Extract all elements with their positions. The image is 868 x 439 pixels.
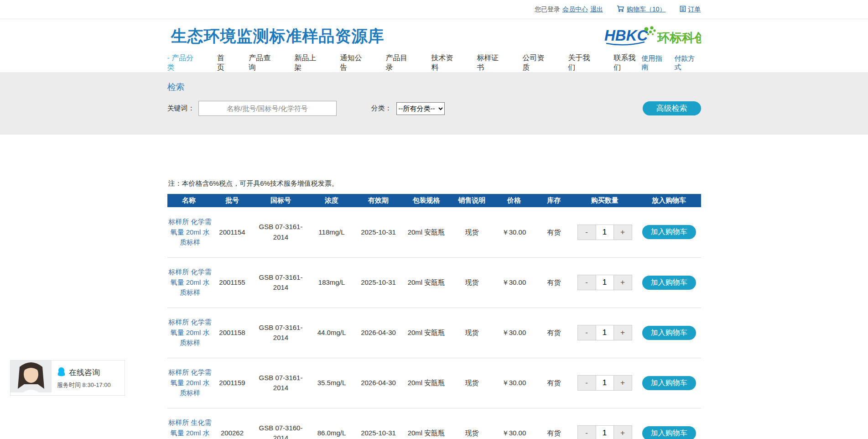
support-agent-avatar — [10, 361, 52, 395]
top-bar: 您已登录 会员中心退出 购物车（10） 订单 — [0, 0, 868, 19]
nav-item[interactable]: 新品上架 — [294, 53, 322, 73]
brand-abbr-text: HBKC — [604, 27, 648, 44]
nav-helper-link[interactable]: 使用指南 — [641, 54, 668, 72]
expiry-cell: 2026-04-30 — [356, 358, 401, 408]
quantity-input[interactable] — [596, 426, 614, 439]
member-center-link[interactable]: 会员中心 — [562, 5, 588, 14]
quantity-input[interactable] — [596, 275, 614, 290]
concentration-cell: 183mg/L — [308, 257, 356, 308]
nav-item[interactable]: 首页 — [217, 53, 231, 73]
quantity-minus-button[interactable]: - — [578, 325, 596, 340]
cart-link[interactable]: 购物车（10） — [617, 5, 666, 14]
brand-logo: HBKC 环标科创 — [604, 26, 701, 47]
sale-status-cell: 现货 — [452, 207, 493, 257]
category-select[interactable]: --所有分类-- — [396, 102, 445, 115]
quantity-stepper: - + — [577, 425, 632, 439]
gb-number-cell: GSB 07-3161-2014 — [254, 308, 308, 358]
logout-link[interactable]: 退出 — [590, 5, 603, 14]
gb-number-cell: GSB 07-3161-2014 — [254, 358, 308, 408]
table-row: 标样所 化学需氧量 20ml 水质标样 2001154 GSB 07-3161-… — [167, 207, 701, 257]
qq-icon — [57, 367, 66, 379]
quantity-input[interactable] — [596, 325, 614, 340]
nav-item[interactable]: 关于我们 — [568, 53, 596, 73]
quantity-stepper: - + — [577, 275, 632, 290]
quantity-input[interactable] — [596, 225, 614, 240]
orders-link[interactable]: 订单 — [680, 5, 701, 14]
package-cell: 20ml 安瓿瓶 — [401, 408, 452, 439]
column-header: 价格 — [493, 194, 536, 207]
package-cell: 20ml 安瓿瓶 — [401, 358, 452, 408]
package-cell: 20ml 安瓿瓶 — [401, 308, 452, 358]
add-to-cart-button[interactable]: 加入购物车 — [642, 426, 696, 439]
orders-link-label[interactable]: 订单 — [688, 5, 701, 14]
table-row: 标样所 化学需氧量 20ml 水质标样 2001159 GSB 07-3161-… — [167, 358, 701, 408]
column-header: 库存 — [536, 194, 572, 207]
product-name-link[interactable]: 标样所 生化需氧量 20ml 水质标样 — [167, 418, 213, 439]
product-name-link[interactable]: 标样所 化学需氧量 20ml 水质标样 — [167, 317, 213, 348]
concentration-cell: 44.0mg/L — [308, 308, 356, 358]
gb-number-cell: GSB 07-3161-2014 — [254, 257, 308, 308]
gb-number-cell: GSB 07-3161-2014 — [254, 207, 308, 257]
quantity-minus-button[interactable]: - — [578, 225, 596, 240]
sale-status-cell: 现货 — [452, 408, 493, 439]
advanced-search-button[interactable]: 高级检索 — [643, 101, 701, 115]
keyword-input[interactable] — [198, 101, 337, 116]
quantity-plus-button[interactable]: + — [614, 376, 632, 390]
nav-helper-link[interactable]: 付款方式 — [674, 54, 701, 72]
add-to-cart-button[interactable]: 加入购物车 — [642, 376, 696, 390]
column-header: 名称 — [167, 194, 211, 207]
nav-item-product-category[interactable]: - 产品分类 — [167, 53, 199, 73]
expiry-cell: 2025-10-31 — [356, 257, 401, 308]
quantity-plus-button[interactable]: + — [614, 325, 632, 340]
column-header: 放入购物车 — [637, 194, 701, 207]
sale-status-cell: 现货 — [452, 308, 493, 358]
add-to-cart-button[interactable]: 加入购物车 — [642, 276, 696, 290]
nav-item[interactable]: 标样证书 — [477, 53, 504, 73]
nav-item[interactable]: 产品目录 — [385, 53, 413, 73]
stock-cell: 有货 — [536, 358, 572, 408]
column-header: 包装规格 — [401, 194, 452, 207]
nav-item[interactable]: 公司资质 — [522, 53, 550, 73]
search-section: 检索 关键词： 分类： --所有分类-- 高级检索 — [0, 72, 868, 135]
price-cell: ￥30.00 — [493, 207, 536, 257]
quantity-minus-button[interactable]: - — [578, 376, 596, 390]
brand-name-text: 环标科创 — [657, 31, 701, 45]
product-name-link[interactable]: 标样所 化学需氧量 20ml 水质标样 — [167, 367, 213, 398]
column-header: 浓度 — [308, 194, 356, 207]
expiry-cell: 2025-10-31 — [356, 207, 401, 257]
orders-icon — [680, 5, 686, 14]
column-header: 国标号 — [254, 194, 308, 207]
products-table: 名称批号国标号浓度有效期包装规格销售说明价格库存购买数量放入购物车 标样所 化学… — [167, 194, 701, 439]
online-chat-widget[interactable]: 在线咨询 服务时间 8:30-17:00 — [10, 360, 125, 396]
price-cell: ￥30.00 — [493, 257, 536, 308]
column-header: 有效期 — [356, 194, 401, 207]
quantity-plus-button[interactable]: + — [614, 426, 632, 439]
cart-link-label[interactable]: 购物车（10） — [627, 5, 666, 14]
chat-hours: 服务时间 8:30-17:00 — [57, 381, 125, 389]
quantity-input[interactable] — [596, 376, 614, 390]
batch-cell: 2001154 — [211, 207, 254, 257]
nav-helper-links: 使用指南付款方式 — [641, 54, 701, 72]
table-row: 标样所 化学需氧量 20ml 水质标样 2001158 GSB 07-3161-… — [167, 308, 701, 358]
nav-item[interactable]: 技术资料 — [431, 53, 459, 73]
add-to-cart-button[interactable]: 加入购物车 — [642, 326, 696, 340]
quantity-plus-button[interactable]: + — [614, 225, 632, 240]
nav-item[interactable]: 产品查询 — [249, 53, 276, 73]
stock-cell: 有货 — [536, 257, 572, 308]
quantity-plus-button[interactable]: + — [614, 275, 632, 290]
product-name-link[interactable]: 标样所 化学需氧量 20ml 水质标样 — [167, 267, 213, 298]
package-cell: 20ml 安瓿瓶 — [401, 207, 452, 257]
product-name-link[interactable]: 标样所 化学需氧量 20ml 水质标样 — [167, 217, 213, 248]
gb-number-cell: GSB 07-3160-2014 — [254, 408, 308, 439]
expiry-cell: 2026-04-30 — [356, 308, 401, 358]
nav-item[interactable]: 联系我们 — [613, 53, 641, 73]
site-header: 生态环境监测标准样品资源库 HBKC 环标科创 — [0, 19, 868, 53]
quantity-stepper: - + — [577, 325, 632, 340]
quantity-minus-button[interactable]: - — [578, 275, 596, 290]
add-to-cart-button[interactable]: 加入购物车 — [642, 225, 696, 239]
login-status: 您已登录 会员中心退出 — [535, 5, 603, 14]
table-row: 标样所 化学需氧量 20ml 水质标样 2001155 GSB 07-3161-… — [167, 257, 701, 308]
search-title: 检索 — [167, 81, 701, 93]
quantity-minus-button[interactable]: - — [578, 426, 596, 439]
nav-item[interactable]: 通知公告 — [340, 53, 368, 73]
